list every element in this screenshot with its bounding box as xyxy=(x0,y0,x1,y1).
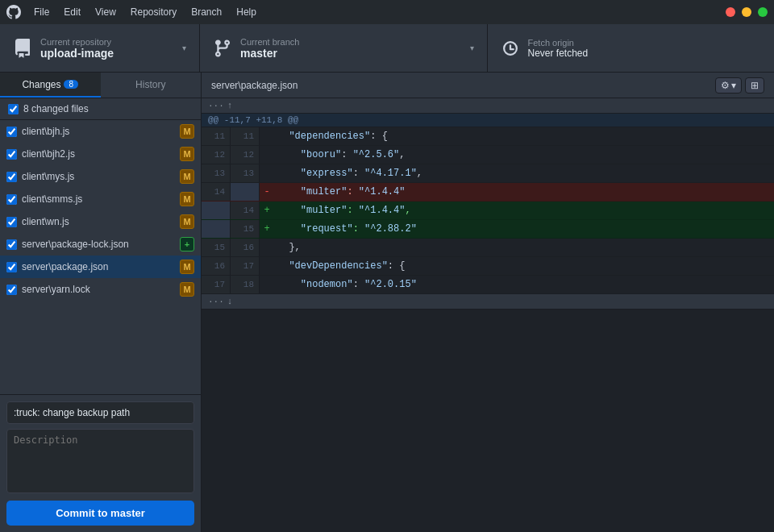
expand-down-icon: ↓ xyxy=(227,297,233,306)
fetch-label: Fetch origin xyxy=(528,38,589,48)
diff-line-removed: 14 - "multer": "^1.4.4" xyxy=(202,183,774,202)
diff-sign xyxy=(260,257,274,275)
file-name: client\mys.js xyxy=(22,171,175,182)
dots-down: ··· xyxy=(208,297,224,306)
file-status-badge: M xyxy=(180,147,194,161)
file-status-badge: M xyxy=(180,260,194,274)
expand-up-icon: ↑ xyxy=(227,101,233,110)
file-name: server\package.json xyxy=(22,261,175,272)
diff-line-content: "booru": "^2.5.6", xyxy=(274,146,774,164)
diff-line-context: 13 13 "express": "^4.17.1", xyxy=(202,164,774,183)
fetch-info: Fetch origin Never fetched xyxy=(528,38,589,59)
diff-hunk-header: @@ -11,7 +11,8 @@ xyxy=(202,114,774,127)
file-item[interactable]: client\wn.js M xyxy=(0,210,201,233)
diff-filepath: server\package.json xyxy=(211,80,709,91)
diff-content: ··· ↑ @@ -11,7 +11,8 @@ 11 11 "dependenc… xyxy=(202,98,774,532)
diff-new-num: 17 xyxy=(231,257,260,275)
file-item[interactable]: client\mys.js M xyxy=(0,165,201,188)
diff-new-num xyxy=(231,183,260,201)
file-item[interactable]: client\smms.js M xyxy=(0,188,201,210)
gear-chevron-icon: ▾ xyxy=(731,80,736,91)
menu-view[interactable]: View xyxy=(89,5,123,19)
diff-new-num: 16 xyxy=(231,239,260,256)
repo-label: Current repository xyxy=(40,37,114,47)
file-item[interactable]: server\yarn.lock M xyxy=(0,278,201,301)
changed-files-count: 8 changed files xyxy=(23,103,89,114)
diff-line-content: "express": "^4.17.1", xyxy=(274,164,774,182)
file-item-active[interactable]: server\package.json M xyxy=(0,256,201,278)
file-name: server\yarn.lock xyxy=(22,284,175,295)
menu-file[interactable]: File xyxy=(27,5,56,19)
tab-history[interactable]: History xyxy=(101,73,202,98)
file-checkbox[interactable] xyxy=(6,127,17,137)
diff-old-num xyxy=(202,220,231,238)
diff-old-num: 13 xyxy=(202,164,231,182)
diff-line-added: 15 + "request": "^2.88.2" xyxy=(202,220,774,239)
diff-line-context: 12 12 "booru": "^2.5.6", xyxy=(202,146,774,164)
file-status-badge: M xyxy=(180,169,194,184)
diff-line-context: 11 11 "dependencies": { xyxy=(202,127,774,146)
commit-description-input[interactable] xyxy=(6,429,194,493)
file-name: client\bjh2.js xyxy=(22,148,175,160)
diff-sign: - xyxy=(260,183,274,201)
file-checkbox[interactable] xyxy=(6,194,17,205)
diff-sign xyxy=(260,164,274,182)
file-checkbox[interactable] xyxy=(6,285,17,295)
diff-new-num: 18 xyxy=(231,276,260,293)
menu-bar: File Edit View Repository Branch Help xyxy=(27,5,263,19)
diff-old-num xyxy=(202,202,231,219)
diff-expander-bottom[interactable]: ··· ↓ xyxy=(202,294,774,310)
branch-selector[interactable]: Current branch master ▾ xyxy=(200,24,488,72)
diff-old-num: 14 xyxy=(202,183,231,201)
file-name: client\smms.js xyxy=(22,193,175,205)
menu-edit[interactable]: Edit xyxy=(57,5,87,19)
expand-button[interactable]: ⊞ xyxy=(745,77,764,94)
diff-line-content: "multer": "^1.4.4", xyxy=(274,202,774,219)
gear-settings-button[interactable]: ⚙ ▾ xyxy=(715,77,742,94)
dots-up: ··· xyxy=(208,101,224,110)
file-checkbox[interactable] xyxy=(6,239,17,250)
commit-button[interactable]: Commit to master xyxy=(6,501,194,526)
file-checkbox[interactable] xyxy=(6,262,17,272)
diff-expander-top[interactable]: ··· ↑ xyxy=(202,98,774,114)
diff-line-content: "nodemon": "^2.0.15" xyxy=(274,276,774,293)
branch-name: master xyxy=(240,47,299,60)
file-list: client\bjh.js M client\bjh2.js M client\… xyxy=(0,120,201,394)
toolbar: Current repository upload-image ▾ Curren… xyxy=(0,24,774,73)
diff-sign xyxy=(260,239,274,256)
gear-icon: ⚙ xyxy=(721,80,730,91)
file-checkbox[interactable] xyxy=(6,149,17,160)
diff-line-content: }, xyxy=(274,239,774,256)
file-checkbox[interactable] xyxy=(6,172,17,182)
commit-summary-input[interactable] xyxy=(6,401,194,424)
menu-repository[interactable]: Repository xyxy=(124,5,183,19)
file-status-badge: + xyxy=(180,237,194,251)
commit-area: Commit to master xyxy=(0,394,201,532)
maximize-button[interactable] xyxy=(758,7,768,17)
tab-changes[interactable]: Changes 8 xyxy=(0,73,101,98)
file-item[interactable]: client\bjh2.js M xyxy=(0,143,201,165)
repo-name: upload-image xyxy=(40,47,114,60)
diff-line-content: "dependencies": { xyxy=(274,127,774,145)
github-logo xyxy=(6,5,21,19)
menu-branch[interactable]: Branch xyxy=(185,5,228,19)
file-item[interactable]: client\bjh.js M xyxy=(0,120,201,143)
minimize-button[interactable] xyxy=(742,7,751,17)
menu-help[interactable]: Help xyxy=(230,5,263,19)
repo-selector[interactable]: Current repository upload-image ▾ xyxy=(0,24,200,72)
diff-new-num: 11 xyxy=(231,127,260,145)
fetch-button[interactable]: Fetch origin Never fetched xyxy=(488,24,775,72)
select-all-checkbox[interactable] xyxy=(8,104,19,114)
file-item[interactable]: server\package-lock.json + xyxy=(0,233,201,256)
file-checkbox[interactable] xyxy=(6,217,17,227)
fetch-icon xyxy=(501,39,520,58)
file-status-badge: M xyxy=(180,192,194,206)
file-name: client\bjh.js xyxy=(22,126,175,137)
diff-old-num: 17 xyxy=(202,276,231,293)
diff-header: server\package.json ⚙ ▾ ⊞ xyxy=(202,73,774,98)
diff-line-content: "devDependencies": { xyxy=(274,257,774,275)
expand-icon: ⊞ xyxy=(751,80,759,91)
diff-actions: ⚙ ▾ ⊞ xyxy=(715,77,764,94)
diff-area: server\package.json ⚙ ▾ ⊞ ··· ↑ @@ -11,7… xyxy=(202,73,774,532)
close-button[interactable] xyxy=(726,7,735,17)
